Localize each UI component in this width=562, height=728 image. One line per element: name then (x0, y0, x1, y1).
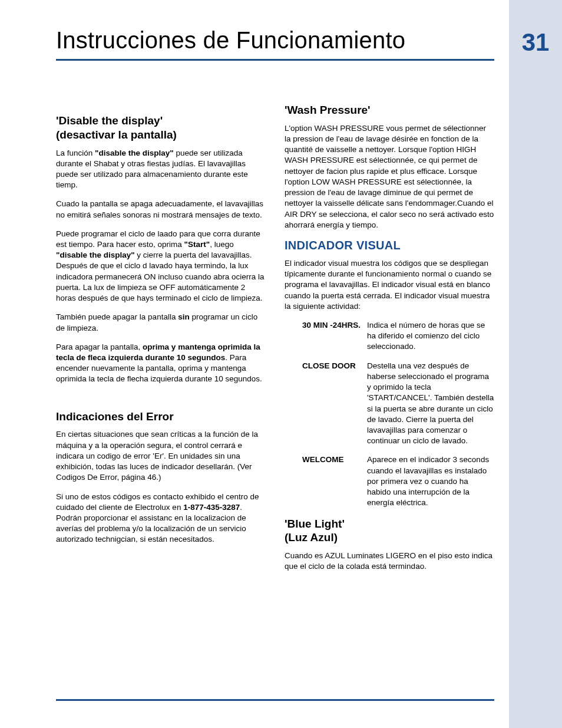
indicator-desc: Aparece en el indicador 3 seconds cuando… (367, 454, 494, 508)
text-span: La función (56, 149, 95, 157)
paragraph: Cuando es AZUL Luminates LIGERO en el pi… (285, 551, 494, 572)
text-span: Para apagar la pantalla, (56, 342, 143, 351)
bottom-rule (56, 699, 494, 701)
bold-text: sin (178, 312, 190, 321)
page-number: 31 (509, 28, 562, 57)
text-span: También puede apagar la pantalla (56, 312, 178, 321)
heading-line: (desactivar la pantalla) (56, 129, 177, 141)
heading-error-indications: Indicaciones del Error (56, 410, 266, 424)
heading-disable-display: 'Disable the display' (desactivar la pan… (56, 114, 266, 142)
paragraph: En ciertas situaciones que sean críticas… (56, 429, 266, 483)
bold-text: "disable the display" (95, 149, 174, 157)
indicator-label: 30 MIN -24HRS. (302, 320, 367, 353)
phone-number: 1-877-435-3287 (183, 503, 240, 512)
paragraph: L'option WASH PRESSURE vous permet de sé… (285, 123, 494, 230)
page-title: Instrucciones de Funcionamiento (56, 27, 405, 54)
bold-text: "disable the display" (56, 251, 135, 259)
indicator-label: CLOSE DOOR (302, 361, 367, 447)
paragraph: Cuado la pantalla se apaga adecuadamente… (56, 199, 266, 220)
paragraph: También puede apagar la pantalla sin pro… (56, 312, 266, 333)
table-row: WELCOME Aparece en el indicador 3 second… (302, 454, 494, 508)
heading-line: 'Blue Light' (285, 518, 345, 530)
table-row: 30 MIN -24HRS. Indica el número de horas… (302, 320, 494, 353)
indicator-desc: Indica el número de horas que se ha dife… (367, 320, 494, 353)
paragraph: Para apagar la pantalla, oprima y manten… (56, 342, 266, 385)
paragraph: Puede programar el ciclo de laado para q… (56, 229, 266, 304)
table-row: CLOSE DOOR Destella una vez después de h… (302, 361, 494, 447)
heading-wash-pressure: 'Wash Pressure' (285, 103, 494, 117)
indicator-label: WELCOME (302, 454, 367, 508)
bold-text: "Start" (184, 240, 210, 249)
heading-line: 'Disable the display' (56, 114, 163, 127)
page-number-sidebar (509, 0, 562, 728)
paragraph: Si uno de estos códigos es contacto exhi… (56, 492, 266, 545)
heading-indicador-visual: INDICADOR VISUAL (285, 239, 494, 252)
right-column: 'Wash Pressure' L'option WASH PRESSURE v… (285, 103, 494, 580)
heading-blue-light: 'Blue Light' (Luz Azul) (285, 517, 494, 545)
left-column: 'Disable the display' (desactivar la pan… (56, 103, 266, 580)
indicator-desc: Destella una vez después de haberse sele… (367, 361, 494, 447)
indicator-table: 30 MIN -24HRS. Indica el número de horas… (285, 320, 494, 509)
text-span: , luego (210, 240, 234, 249)
heading-line: (Luz Azul) (285, 531, 338, 543)
title-rule (56, 59, 494, 61)
content-columns: 'Disable the display' (desactivar la pan… (56, 103, 494, 580)
paragraph: La función "disable the display" puede s… (56, 148, 266, 191)
paragraph: El indicador visual muestra los códigos … (285, 258, 494, 312)
